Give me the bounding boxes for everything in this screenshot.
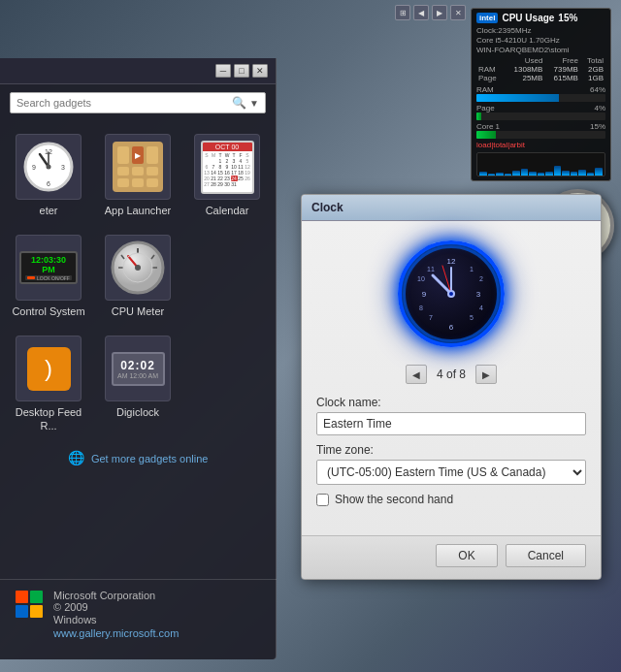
core-bar-fill bbox=[476, 131, 496, 139]
cpu-clock-info: Clock:2395MHz bbox=[476, 26, 531, 35]
core-pct-value: 15% bbox=[590, 122, 605, 131]
page-pct-label: Page bbox=[476, 104, 495, 112]
neon-clock-display: 12 3 6 9 1 2 4 5 7 8 10 11 bbox=[398, 240, 505, 347]
ram-used: 1308MB bbox=[504, 65, 544, 74]
svg-text:2: 2 bbox=[479, 275, 483, 282]
clock-nav-row: ◀ 4 of 8 ▶ bbox=[316, 365, 586, 384]
top-control-bar: ⊞ ◀ ▶ ✕ bbox=[395, 5, 466, 20]
gadget-icon-desktop-feed: ) bbox=[16, 336, 82, 401]
gadget-label-calendar: Calendar bbox=[206, 205, 249, 217]
core-pct-label: Core 1 bbox=[476, 122, 500, 131]
cpu-graph bbox=[476, 152, 605, 176]
graph-bar-14 bbox=[587, 173, 595, 176]
clock-next-btn[interactable]: ▶ bbox=[475, 365, 497, 384]
gadgets-restore-btn[interactable]: □ bbox=[234, 64, 249, 78]
gadgets-grid: 12 3 6 9 eter ▶ bbox=[0, 121, 276, 445]
svg-text:9: 9 bbox=[421, 290, 426, 299]
graph-bar-2 bbox=[488, 174, 496, 176]
graph-bar-9 bbox=[545, 172, 553, 176]
gadgets-search-bar: 🔍 ▼ bbox=[10, 92, 266, 113]
gadget-item-cpu-meter[interactable]: CPU Meter bbox=[94, 227, 181, 326]
ctrl-grid-btn[interactable]: ⊞ bbox=[395, 5, 410, 20]
svg-text:6: 6 bbox=[47, 180, 50, 187]
cpu-col-total: Total bbox=[580, 56, 605, 65]
ram-pct-value: 64% bbox=[590, 85, 605, 94]
svg-text:6: 6 bbox=[448, 323, 453, 332]
clock-name-label: Clock name: bbox=[316, 396, 586, 409]
ctrl-close-btn[interactable]: ✕ bbox=[450, 5, 466, 20]
svg-text:1: 1 bbox=[470, 266, 474, 272]
ok-button[interactable]: OK bbox=[436, 544, 497, 567]
load-label: load|total|arbit bbox=[476, 141, 525, 149]
core-bar bbox=[476, 131, 605, 139]
gadget-item-empty bbox=[183, 227, 271, 326]
gadget-label-cpu-meter: CPU Meter bbox=[112, 305, 164, 318]
gadget-item-desktop-feed[interactable]: ) Desktop Feed R... bbox=[5, 328, 92, 439]
graph-bar-8 bbox=[538, 173, 545, 176]
gadgets-close-btn[interactable]: ✕ bbox=[252, 64, 268, 78]
timezone-select[interactable]: (UTC-05:00) Eastern Time (US & Canada) (… bbox=[316, 460, 586, 485]
gadget-icon-calendar: OCT 00 SMTWTFS 12345 6789101112 13141516… bbox=[194, 134, 260, 200]
graph-bar-5 bbox=[512, 171, 520, 176]
svg-text:7: 7 bbox=[429, 314, 433, 321]
svg-text:8: 8 bbox=[419, 304, 423, 311]
get-more-gadgets-link[interactable]: Get more gadgets online bbox=[91, 453, 208, 464]
graph-bar-12 bbox=[571, 172, 578, 176]
gadget-icon-clock: 12 3 6 9 bbox=[16, 134, 82, 200]
gadget-icon-app-launcher: ▶ bbox=[105, 134, 171, 200]
gadgets-titlebar: ─ □ ✕ bbox=[0, 58, 276, 84]
search-icon: 🔍 bbox=[232, 96, 246, 110]
clock-nav-position: 4 of 8 bbox=[437, 368, 466, 381]
svg-text:10: 10 bbox=[417, 275, 425, 282]
ctrl-next-btn[interactable]: ▶ bbox=[432, 5, 447, 20]
graph-bar-6 bbox=[521, 169, 529, 176]
graph-bar-3 bbox=[496, 173, 504, 176]
gadget-icon-digiclock: 02:02 AM 12:00 AM bbox=[105, 336, 171, 401]
svg-rect-24 bbox=[16, 591, 28, 603]
windows-logo bbox=[15, 590, 46, 621]
ram-free: 739MB bbox=[544, 65, 580, 74]
graph-bar-1 bbox=[479, 172, 487, 176]
gadget-item-app-launcher[interactable]: ▶ App Launcher bbox=[94, 126, 181, 225]
get-more-gadgets-row: 🌐 Get more gadgets online bbox=[0, 445, 276, 473]
cancel-button[interactable]: Cancel bbox=[506, 544, 586, 567]
clock-prev-btn[interactable]: ◀ bbox=[406, 365, 427, 384]
gadgets-search-input[interactable] bbox=[16, 97, 232, 109]
cpu-stats-table: Used Free Total RAM 1308MB 739MB 2GB Pag… bbox=[476, 56, 605, 82]
second-hand-checkbox[interactable] bbox=[316, 494, 329, 506]
gadget-label-control-system: Control System bbox=[12, 305, 84, 318]
intel-badge: intel bbox=[476, 13, 498, 23]
clock-name-row: Clock name: bbox=[316, 396, 586, 435]
page-bar-fill bbox=[476, 112, 481, 120]
ms-company-text: Microsoft Corporation bbox=[53, 590, 179, 601]
dialog-titlebar: Clock bbox=[302, 195, 601, 221]
graph-bar-10 bbox=[554, 166, 562, 176]
gadget-item-calendar[interactable]: OCT 00 SMTWTFS 12345 6789101112 13141516… bbox=[183, 126, 271, 225]
page-bar bbox=[476, 112, 605, 120]
ctrl-prev-btn[interactable]: ◀ bbox=[413, 5, 429, 20]
ram-bar-fill bbox=[476, 94, 559, 102]
gadgets-minimize-btn[interactable]: ─ bbox=[215, 64, 231, 78]
gadget-label-digiclock: Digiclock bbox=[116, 406, 159, 419]
ms-gallery-link[interactable]: www.gallery.microsoft.com bbox=[53, 627, 179, 639]
gadget-label-app-launcher: App Launcher bbox=[105, 205, 172, 217]
gadget-item-clock[interactable]: 12 3 6 9 eter bbox=[5, 126, 92, 225]
svg-text:3: 3 bbox=[61, 164, 65, 171]
svg-text:5: 5 bbox=[470, 314, 474, 321]
dialog-title: Clock bbox=[311, 201, 343, 214]
search-dropdown-icon[interactable]: ▼ bbox=[249, 98, 259, 109]
svg-text:9: 9 bbox=[32, 164, 36, 171]
second-hand-label: Show the second hand bbox=[335, 493, 453, 506]
gadget-item-control-system[interactable]: 12:03:30 PM LOCK ON/OFF Control System bbox=[5, 227, 92, 326]
graph-bar-11 bbox=[562, 171, 570, 176]
svg-rect-27 bbox=[30, 605, 43, 618]
page-free: 615MB bbox=[544, 74, 580, 82]
svg-point-14 bbox=[46, 164, 50, 169]
second-hand-row: Show the second hand bbox=[316, 493, 586, 506]
svg-point-44 bbox=[449, 292, 453, 296]
cpu-processor: Core i5-4210U 1.70GHz bbox=[476, 36, 560, 45]
svg-rect-26 bbox=[16, 605, 28, 618]
clock-name-input[interactable] bbox=[316, 412, 586, 435]
graph-bar-13 bbox=[578, 170, 586, 176]
gadget-item-digiclock[interactable]: 02:02 AM 12:00 AM Digiclock bbox=[94, 328, 181, 439]
